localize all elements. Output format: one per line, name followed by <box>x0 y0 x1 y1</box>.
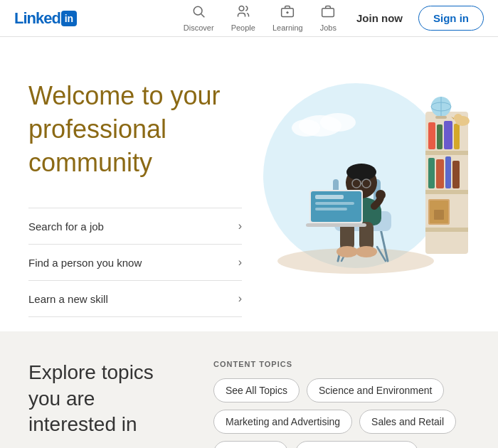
hero-section: Welcome to your professional community S… <box>0 37 498 331</box>
svg-rect-54 <box>452 161 460 188</box>
topics-section: Explore topics you are interested in CON… <box>0 331 498 448</box>
svg-rect-39 <box>425 190 468 194</box>
logo-text: Linked <box>14 9 60 28</box>
hero-link-search-job[interactable]: Search for a job › <box>28 208 242 245</box>
svg-point-50 <box>454 114 462 122</box>
topic-tag-technology[interactable]: Technology <box>213 441 288 448</box>
svg-rect-43 <box>444 121 452 149</box>
sign-in-button[interactable]: Sign in <box>418 6 484 31</box>
hero-link-learn-skill[interactable]: Learn a new skill › <box>28 281 242 317</box>
svg-point-2 <box>239 6 244 11</box>
hero-link-find-person[interactable]: Find a person you know › <box>28 245 242 281</box>
hero-illustration <box>242 73 477 300</box>
svg-rect-42 <box>437 124 443 149</box>
svg-rect-52 <box>436 159 444 188</box>
nav-jobs-label: Jobs <box>320 23 337 32</box>
header: Linked in Discover People <box>0 0 498 37</box>
nav-items: Discover People Learning <box>176 0 484 36</box>
jobs-icon <box>321 4 335 22</box>
content-topics-label: CONTENT TOPICS <box>213 360 477 368</box>
svg-rect-36 <box>315 208 347 210</box>
svg-point-26 <box>346 164 376 181</box>
svg-rect-51 <box>428 158 435 188</box>
svg-rect-57 <box>434 210 444 220</box>
hero-title: Welcome to your professional community <box>28 80 242 179</box>
svg-rect-48 <box>435 116 447 119</box>
svg-rect-34 <box>315 195 344 199</box>
hero-svg-illustration <box>249 73 470 300</box>
topic-tag-science[interactable]: Science and Environment <box>307 378 445 402</box>
nav-jobs[interactable]: Jobs <box>313 0 344 36</box>
svg-rect-40 <box>425 228 468 232</box>
nav-people[interactable]: People <box>224 0 263 36</box>
nav-people-label: People <box>231 23 255 32</box>
nav-learning-label: Learning <box>272 23 303 32</box>
svg-rect-35 <box>315 202 354 205</box>
topic-tag-finance[interactable]: Finance and Economy <box>295 441 418 448</box>
nav-discover[interactable]: Discover <box>176 0 221 36</box>
svg-rect-44 <box>454 124 460 149</box>
nav-discover-label: Discover <box>184 23 214 32</box>
svg-point-24 <box>356 246 377 257</box>
logo-in-badge: in <box>61 11 77 26</box>
svg-point-9 <box>320 113 356 132</box>
topics-title: Explore topics you are interested in <box>28 360 185 437</box>
svg-rect-41 <box>428 122 435 149</box>
svg-point-0 <box>194 6 203 15</box>
topic-tag-sales[interactable]: Sales and Retail <box>359 410 456 434</box>
svg-rect-38 <box>425 151 468 155</box>
topic-tag-marketing[interactable]: Marketing and Advertising <box>213 410 352 434</box>
svg-rect-6 <box>322 9 334 17</box>
topics-left: Explore topics you are interested in <box>28 360 185 448</box>
join-button[interactable]: Join now <box>346 6 413 30</box>
topic-tag-see-all[interactable]: See All Topics <box>213 378 300 402</box>
discover-icon <box>191 4 206 22</box>
svg-rect-33 <box>306 223 366 227</box>
hero-links: Search for a job › Find a person you kno… <box>28 208 242 317</box>
hero-link-search-job-label: Search for a job <box>28 220 104 233</box>
svg-point-23 <box>337 246 358 257</box>
svg-point-30 <box>376 190 386 200</box>
svg-rect-53 <box>445 156 451 188</box>
hero-link-find-person-label: Find a person you know <box>28 257 142 269</box>
hero-left: Welcome to your professional community S… <box>28 73 242 317</box>
people-icon <box>236 4 250 22</box>
hero-link-learn-skill-label: Learn a new skill <box>28 293 108 305</box>
learning-icon <box>280 4 295 22</box>
topics-tags: See All Topics Science and Environment M… <box>213 378 477 448</box>
svg-point-10 <box>292 119 320 137</box>
nav-learning[interactable]: Learning <box>265 0 310 36</box>
topics-right: CONTENT TOPICS See All Topics Science an… <box>213 360 477 448</box>
svg-line-1 <box>201 14 205 18</box>
logo[interactable]: Linked in <box>14 9 77 28</box>
